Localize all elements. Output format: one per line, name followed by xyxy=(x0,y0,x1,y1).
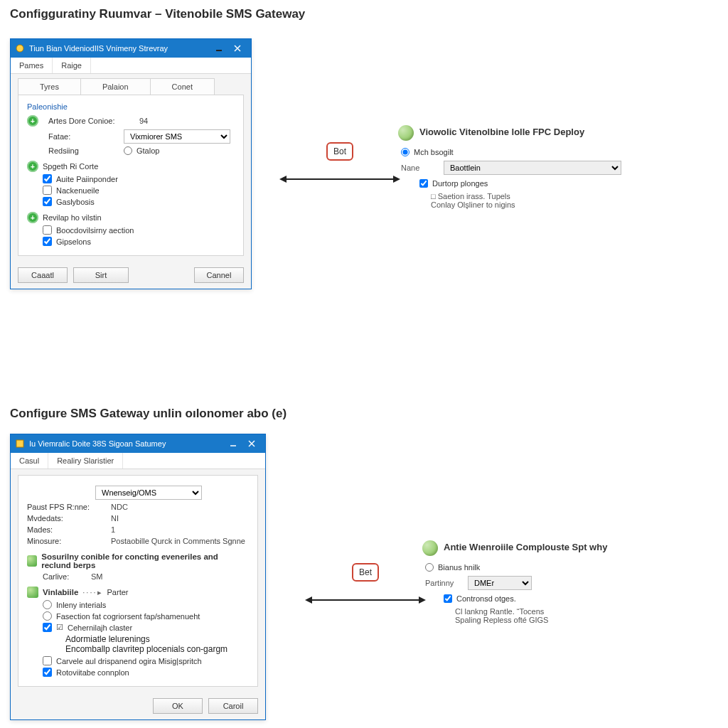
close-button-2[interactable] xyxy=(242,434,261,453)
none-select[interactable]: Baottlein xyxy=(444,161,621,175)
sub-lankng: Cl lankng Rantle. “Tocens xyxy=(455,607,657,616)
chk-rotoviitabe[interactable]: Rotoviitabe connplon xyxy=(43,668,249,677)
f1l: Paust FPS R:nne: xyxy=(27,503,105,511)
chk-cehernilajh[interactable]: ☑ Cehernilajh claster xyxy=(43,623,249,632)
tab-casul[interactable]: Casul xyxy=(11,453,48,469)
carlive-value: SM xyxy=(91,572,103,581)
tab-pames[interactable]: Pames xyxy=(11,58,53,73)
deploy-icon-1 xyxy=(398,125,414,141)
tab-raige[interactable]: Raige xyxy=(53,58,91,73)
config-window-2: Iu Viemralic Doite 38S Sigoan Satumey Ca… xyxy=(10,434,266,720)
sec-icon-b xyxy=(27,587,38,598)
window1-title: Tiun Bian VideniodIIS Vnimeny Strevray xyxy=(29,44,168,53)
fatae-select[interactable]: Vixmiorer SMS xyxy=(124,129,230,144)
sub-tabs-1: Tyres Palaion Conet xyxy=(11,74,251,95)
redsing-radio[interactable]: Gtalop xyxy=(124,146,159,155)
chk-boocdo[interactable]: Boocdovilsirny aection xyxy=(43,225,235,235)
app-icon-2 xyxy=(15,439,25,449)
f3v: 1 xyxy=(111,525,115,534)
chk-gaslybosis[interactable]: Gaslybosis xyxy=(43,197,235,206)
config-window-1: Tiun Bian VideniodIIS Vnimeny Strevray P… xyxy=(10,38,252,289)
window2-title: Iu Viemralic Doite 38S Sigoan Satumey xyxy=(29,439,166,448)
set-button-1[interactable]: Sirt xyxy=(73,267,129,283)
chk-gipselons[interactable]: Gipselons xyxy=(43,237,235,246)
radio-mch[interactable]: Mch bsogilt xyxy=(401,148,454,156)
sec-conible-head: Sosurilny conible for concting evenerile… xyxy=(41,552,249,569)
f2l: Mvdedats: xyxy=(27,514,105,523)
paner-right: Parter xyxy=(107,588,129,596)
deploy-heading-1: Viowolic Vitenolbine lolle FPC Deploy xyxy=(419,127,584,137)
partinny-select[interactable]: DMEr xyxy=(468,576,532,590)
section-spgeth: Spgeth Ri Corte xyxy=(43,162,98,171)
titlebar-2[interactable]: Iu Viemralic Doite 38S Sigoan Satumey xyxy=(11,434,265,453)
panel-1: Paleonishie Artes Dore Conioe: 94 Fatae:… xyxy=(18,95,244,256)
partinny-label: Partinny xyxy=(425,579,462,587)
radio-inleny[interactable]: Inleny interials xyxy=(43,600,249,609)
sub-conlay: Conlay Olşliner to nigins xyxy=(431,200,640,209)
plus-icon-3 xyxy=(27,212,38,223)
redsing-label: Redsiing xyxy=(48,146,118,155)
artes-value: 94 xyxy=(139,117,148,125)
plus-icon-2 xyxy=(27,161,38,172)
svg-rect-7 xyxy=(16,440,23,447)
arrow-connector-1: Bot xyxy=(269,142,411,185)
bet-label-2: Bet xyxy=(352,563,379,582)
bot-label-1: Bot xyxy=(326,142,353,161)
artes-label: Artes Dore Conioe: xyxy=(48,117,134,125)
page-title-top: Configguratiny Ruumvar – Vitenobile SMS … xyxy=(10,7,305,21)
minimize-button-2[interactable] xyxy=(224,434,242,453)
deploy-panel-2: Antie Wıenroiile Complouste Spt why Bian… xyxy=(422,540,657,624)
chk-auite[interactable]: Auite Paiinponder xyxy=(43,174,235,183)
button-bar-2: OK Caroil xyxy=(11,692,265,719)
group-title-1: Paleonishie xyxy=(27,102,235,111)
titlebar-1[interactable]: Tiun Bian VideniodIIS Vnimeny Strevray xyxy=(11,39,251,58)
chk-durtorp[interactable]: Durtorp plonges xyxy=(419,179,488,188)
sub-saetion: □ Saetion irass. Tupels xyxy=(431,192,640,200)
cancel-button-right-1[interactable]: Cannel xyxy=(194,267,244,283)
sub-adormiatle: Adormiatle lelurenings xyxy=(65,634,249,644)
close-button-1[interactable] xyxy=(228,39,247,58)
sub-spaling: Spaling Repless ofté GIGS xyxy=(455,616,657,624)
plus-icon-1 xyxy=(27,115,38,127)
section-revilap: Revilap ho vilstin xyxy=(43,213,102,222)
sec-icon-a xyxy=(27,555,37,567)
deploy-icon-2 xyxy=(422,540,438,556)
cancel-button-left-1[interactable]: Caaatl xyxy=(18,267,68,283)
f3l: Mades: xyxy=(27,525,105,534)
chk-nackenueile[interactable]: Nackenueile xyxy=(43,186,235,195)
subtab-palaion[interactable]: Palaion xyxy=(80,78,151,95)
carlive-label: Carlive: xyxy=(43,572,85,581)
chk-contronsd[interactable]: Contronsd otges. xyxy=(444,594,516,603)
f2v: NI xyxy=(111,514,119,523)
arrow-connector-2: Bet xyxy=(294,563,437,606)
f1v: NDC xyxy=(111,503,128,511)
radio-bianus[interactable]: Bianus hnilk xyxy=(425,563,480,572)
top-combo-2[interactable]: Wnenseig/OMS xyxy=(95,486,202,500)
f4v: Postaobille Qurck in Comments Sgnne xyxy=(111,537,245,545)
chk-carvele[interactable]: Carvele aul drispanend ogira Misig|sprit… xyxy=(43,656,249,665)
cancel-button-2[interactable]: Caroil xyxy=(208,698,258,714)
deploy-heading-2: Antie Wıenroiile Complouste Spt why xyxy=(444,542,607,552)
svg-marker-12 xyxy=(305,596,312,604)
fatae-label: Fatae: xyxy=(48,132,118,141)
subtab-conet[interactable]: Conet xyxy=(150,78,215,95)
ok-button-2[interactable]: OK xyxy=(153,698,203,714)
radio-fasection[interactable]: Fasection fat cogriorsent fap/shamenueht xyxy=(43,611,249,621)
svg-marker-5 xyxy=(279,176,287,183)
panel-2: Wnenseig/OMS Paust FPS R:nne:NDC Mvdedat… xyxy=(18,475,258,687)
paner-left: Vinlabiile xyxy=(43,588,78,596)
page-title-bottom: Configure SMS Gateway unlin oılonomer ab… xyxy=(10,407,287,421)
subtab-types[interactable]: Tyres xyxy=(18,78,81,95)
minimize-button-1[interactable] xyxy=(210,39,228,58)
primary-tabs-2: Casul Realiry Slaristier xyxy=(11,453,265,469)
sub-encomballp: Encomballp clavritep plocenials con-garg… xyxy=(65,644,249,654)
none-label: Nane xyxy=(401,164,438,172)
app-icon xyxy=(15,43,25,53)
tab-realiry[interactable]: Realiry Slaristier xyxy=(48,453,123,469)
button-bar-1: Caaatl Sirt Cannel xyxy=(11,262,251,289)
deploy-panel-1: Viowolic Vitenolbine lolle FPC Deploy Mc… xyxy=(398,125,640,209)
f4l: Minosure: xyxy=(27,537,105,545)
svg-point-0 xyxy=(16,45,23,52)
primary-tabs-1: Pames Raige xyxy=(11,58,251,74)
